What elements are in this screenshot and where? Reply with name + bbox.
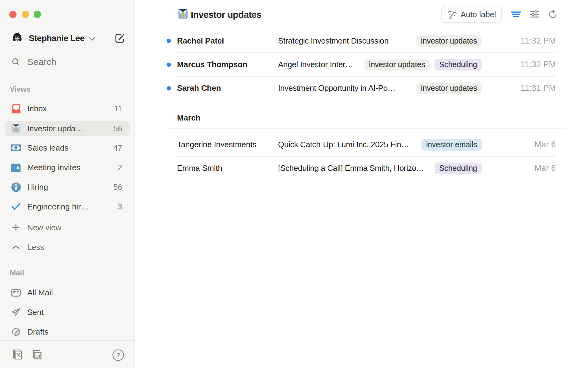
svg-text:?: ? — [116, 351, 120, 358]
svg-text:14: 14 — [36, 354, 41, 358]
svg-text:N: N — [16, 352, 21, 358]
